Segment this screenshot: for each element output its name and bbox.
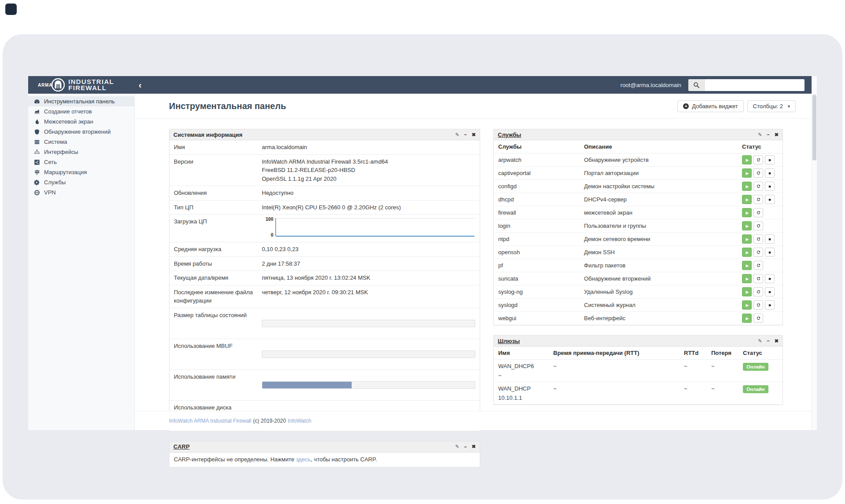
service-restart-button[interactable] [753,234,763,244]
service-start-button[interactable]: ▶ [742,261,752,270]
sidebar-item-network[interactable]: Сеть [28,157,134,167]
service-stop-button[interactable]: ■ [765,287,775,296]
gateway-rtt: ~ [553,363,684,379]
service-restart-button[interactable] [753,155,763,164]
service-stop-button[interactable]: ■ [765,300,775,310]
services-title-link[interactable]: Службы [498,131,521,138]
search-input[interactable] [705,79,805,91]
y-axis-max: 100 [262,216,273,223]
widget-header: CARP ✎ − ✖ [169,442,480,453]
refresh-icon [756,303,761,307]
service-description: DHCPv4-сервер [584,196,742,203]
columns-dropdown[interactable]: Столбцы: 2 ▾ [747,100,796,112]
service-restart-button[interactable] [753,261,763,270]
edit-icon[interactable]: ✎ [455,132,459,138]
service-stop-button[interactable]: ■ [765,168,775,178]
sidebar-item-system[interactable]: Система [28,137,134,147]
service-restart-button[interactable] [753,221,763,230]
service-start-button[interactable]: ▶ [742,208,752,217]
scrollbar[interactable] [812,76,817,430]
minimize-icon[interactable]: − [767,338,769,343]
service-start-button[interactable]: ▶ [742,155,752,164]
service-restart-button[interactable] [753,274,763,283]
close-icon[interactable]: ✖ [472,444,476,449]
minimize-icon[interactable]: − [464,132,467,137]
global-search [688,79,805,91]
sidebar-item-services[interactable]: Службы [28,177,134,187]
sidebar-item-reports[interactable]: Создание отчетов [28,106,134,117]
map-signs-icon [34,169,40,175]
edit-icon[interactable]: ✎ [758,338,762,344]
gateways-title-link[interactable]: Шлюзы [498,338,520,344]
stop-icon: ■ [768,237,771,241]
footer-company-link[interactable]: InfoWatch [288,418,312,424]
service-description: Фильтр пакетов [584,262,742,269]
system-information-widget: Системная информация ✎ − ✖ Имя arma.loca… [169,129,480,431]
service-start-button[interactable]: ▶ [742,287,752,296]
logged-in-user[interactable]: root@arma.localdomain [621,82,681,88]
service-restart-button[interactable] [753,182,763,191]
table-row: Средняя нагрузка 0,10 0,23 0,23 [169,242,480,256]
service-restart-button[interactable] [753,300,763,310]
service-start-button[interactable]: ▶ [742,221,752,230]
service-stop-button[interactable]: ■ [765,248,775,257]
add-widget-button[interactable]: + Добавить виджет [677,100,743,112]
service-start-button[interactable]: ▶ [742,168,752,178]
service-stop-button[interactable]: ■ [765,234,775,244]
service-name: configd [498,183,584,190]
minimize-icon[interactable]: − [767,132,769,137]
service-stop-button[interactable]: ■ [765,195,775,204]
sidebar-collapse-icon[interactable]: ‹ [139,80,142,89]
shield-icon [34,129,40,135]
widget-header: Системная информация ✎ − ✖ [169,129,480,140]
service-name: syslogd [498,302,584,308]
service-actions: ▶ ■ [742,300,778,310]
search-icon [688,79,705,91]
service-name: syslog-ng [498,289,584,295]
play-icon: ▶ [746,237,749,241]
status-badge: Онлайн [743,385,768,393]
service-start-button[interactable]: ▶ [742,314,752,323]
sidebar-item-interfaces[interactable]: Интерфейсы [28,147,134,157]
service-restart-button[interactable] [753,195,763,204]
scrollbar-thumb[interactable] [812,95,816,161]
widget-header: Шлюзы ✎ − ✖ [494,336,783,347]
service-restart-button[interactable] [753,248,763,257]
close-icon[interactable]: ✖ [472,132,476,138]
close-icon[interactable]: ✖ [775,338,779,344]
cpu-load-row: Загрузка ЦП 100 0 [169,214,480,242]
service-start-button[interactable]: ▶ [742,274,752,283]
system-information-body: Имя arma.localdomain Версии InfoWatch AR… [169,140,480,431]
close-icon[interactable]: ✖ [775,132,779,138]
service-start-button[interactable]: ▶ [742,248,752,257]
service-restart-button[interactable] [753,314,763,323]
service-restart-button[interactable] [753,168,763,178]
service-stop-button[interactable]: ■ [765,155,775,164]
service-start-button[interactable]: ▶ [742,182,752,191]
services-widget: Службы ✎ − ✖ Службы Описание Статус [493,129,783,325]
footer-product-link[interactable]: InfoWatch ARMA Industrial Firewall [169,418,251,424]
service-restart-button[interactable] [753,287,763,296]
sidebar-item-routing[interactable]: Маршрутизация [28,167,134,177]
carp-configure-link[interactable]: здесь [296,456,311,463]
service-actions: ▶ [742,261,778,270]
minimize-icon[interactable]: − [464,444,467,449]
service-stop-button[interactable]: ■ [765,182,775,191]
gateway-row: WAN_DHCP6 ~ ~ ~ ~ Онлайн [494,360,783,382]
sidebar-item-vpn[interactable]: VPN [28,187,134,197]
app-logo[interactable]: ARMA INDUSTRIAL FIREWALL [38,78,114,92]
sidebar-item-dashboard[interactable]: Инструментальная панель [28,96,134,106]
edit-icon[interactable]: ✎ [758,132,762,138]
sidebar-item-intrusion-detection[interactable]: Обнаружение вторжений [28,127,134,137]
carp-title-link[interactable]: CARP [173,443,190,450]
refresh-icon [756,316,761,321]
service-start-button[interactable]: ▶ [742,195,752,204]
service-description: Демон SSH [584,249,742,256]
service-stop-button[interactable]: ■ [765,274,775,283]
service-restart-button[interactable] [753,208,763,217]
service-start-button[interactable]: ▶ [742,234,752,244]
sidebar-item-firewall[interactable]: Межсетевой экран [28,117,134,127]
service-start-button[interactable]: ▶ [742,300,752,310]
footer: InfoWatch ARMA Industrial Firewall (c) 2… [135,411,812,430]
edit-icon[interactable]: ✎ [455,444,459,449]
